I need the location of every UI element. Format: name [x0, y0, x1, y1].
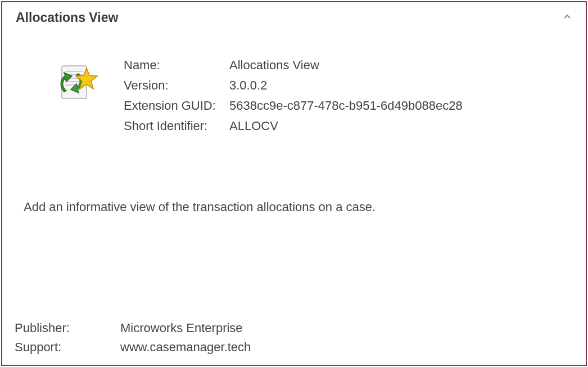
support-label: Support:: [15, 340, 116, 355]
version-value: 3.0.0.2: [229, 78, 463, 93]
support-link[interactable]: www.casemanager.tech: [120, 340, 251, 355]
info-row: Name: Allocations View Version: 3.0.0.2 …: [16, 31, 572, 133]
shortid-value: ALLOCV: [229, 119, 463, 133]
name-value: Allocations View: [229, 58, 463, 73]
description-text: Add an informative view of the transacti…: [16, 200, 572, 214]
publisher-label: Publisher:: [15, 321, 116, 335]
extension-icon: [46, 58, 108, 133]
panel-content: Name: Allocations View Version: 3.0.0.2 …: [2, 31, 586, 226]
extension-details-panel: Allocations View: [1, 1, 587, 366]
version-label: Version:: [124, 78, 225, 93]
panel-header: Allocations View: [2, 2, 586, 31]
chevron-up-icon: [563, 12, 572, 24]
collapse-button[interactable]: [562, 13, 572, 23]
guid-value: 5638cc9e-c877-478c-b951-6d49b088ec28: [229, 99, 463, 113]
guid-label: Extension GUID:: [124, 99, 225, 113]
publisher-value: Microworks Enterprise: [120, 321, 251, 335]
name-label: Name:: [124, 58, 225, 73]
footer-info: Publisher: Microworks Enterprise Support…: [15, 321, 251, 355]
shortid-label: Short Identifier:: [124, 119, 225, 133]
info-table: Name: Allocations View Version: 3.0.0.2 …: [124, 58, 463, 133]
panel-title: Allocations View: [16, 10, 118, 25]
